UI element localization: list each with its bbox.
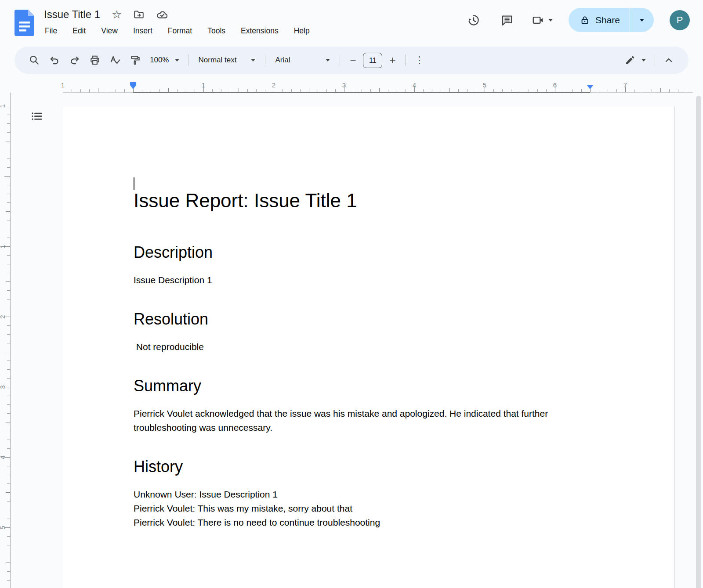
toolbar-divider xyxy=(655,54,655,66)
ruler-number: 4 xyxy=(413,81,416,89)
ruler-number: 1 xyxy=(61,81,65,89)
chevron-up-icon xyxy=(663,55,674,65)
document-content[interactable]: Issue Report: Issue Title 1 Description … xyxy=(63,106,674,530)
menu-file[interactable]: File xyxy=(44,25,58,36)
more-vertical-icon: ⋮ xyxy=(414,54,424,66)
print-icon xyxy=(89,54,101,66)
undo-icon xyxy=(49,54,60,66)
history-entry[interactable]: Unknown User: Issue Description 1 xyxy=(134,487,586,501)
toolbar-divider xyxy=(340,54,340,66)
paint-format-button[interactable] xyxy=(127,52,144,69)
share-button[interactable]: Share xyxy=(569,8,630,32)
hide-menus-button[interactable] xyxy=(660,52,677,69)
toolbar-divider xyxy=(405,54,406,66)
ruler-number: 6 xyxy=(553,81,557,89)
cloud-saved-icon[interactable] xyxy=(156,8,168,21)
more-toolbar-options-button[interactable]: ⋮ xyxy=(411,52,428,69)
zoom-select[interactable]: 100% xyxy=(146,56,183,65)
doc-heading-title[interactable]: Issue Report: Issue Title 1 xyxy=(134,189,586,213)
menu-extensions[interactable]: Extensions xyxy=(240,25,279,36)
font-size-field[interactable]: 11 xyxy=(363,53,382,68)
menu-bar: File Edit View Insert Format Tools Exten… xyxy=(44,25,311,36)
menu-tools[interactable]: Tools xyxy=(207,25,226,36)
paragraph-style-select[interactable]: Normal text xyxy=(194,56,260,65)
ruler-text-area-baseline xyxy=(133,92,590,93)
chevron-down-icon xyxy=(251,59,255,61)
zoom-value: 100% xyxy=(150,56,169,65)
decrease-font-size-button[interactable]: − xyxy=(345,53,360,68)
star-icon[interactable]: ☆ xyxy=(112,9,122,20)
left-indent-triangle[interactable] xyxy=(130,85,136,89)
section-paragraph[interactable]: Issue Description 1 xyxy=(134,273,586,287)
google-docs-app: Issue Title 1 ☆ File Edit xyxy=(0,0,703,588)
share-options-button[interactable] xyxy=(630,8,654,32)
horizontal-ruler[interactable]: 1 1 2 3 4 5 6 7 xyxy=(0,81,703,93)
section-paragraph[interactable]: Pierrick Voulet acknowledged that the is… xyxy=(134,407,586,435)
paint-roller-icon xyxy=(130,54,141,66)
history-entry[interactable]: Pierrick Voulet: This was my mistake, so… xyxy=(134,501,586,516)
vertical-scrollbar[interactable] xyxy=(696,96,701,588)
redo-button[interactable] xyxy=(66,52,83,69)
menu-format[interactable]: Format xyxy=(167,25,193,36)
history-icon xyxy=(467,14,480,27)
search-icon xyxy=(29,54,40,66)
ruler-number: 1 xyxy=(0,245,6,248)
font-size-control: − 11 + xyxy=(345,53,400,68)
text-cursor xyxy=(134,177,134,190)
ruler-number: 7 xyxy=(623,81,627,89)
history-entry[interactable]: Pierrick Voulet: There is no need to con… xyxy=(134,516,586,530)
title-block: Issue Title 1 ☆ File Edit xyxy=(44,6,311,36)
chevron-down-icon xyxy=(641,59,646,61)
ruler-number: 1 xyxy=(0,104,6,108)
first-line-indent-marker[interactable] xyxy=(130,82,136,85)
section-heading-summary[interactable]: Summary xyxy=(134,376,586,396)
document-title-field[interactable]: Issue Title 1 xyxy=(44,8,100,21)
toolbar-divider xyxy=(188,54,188,66)
google-docs-logo-icon[interactable] xyxy=(14,10,34,36)
font-family-select[interactable]: Arial xyxy=(271,56,334,65)
ruler-ticks xyxy=(63,81,693,93)
section-heading-resolution[interactable]: Resolution xyxy=(134,309,586,329)
account-avatar[interactable]: P xyxy=(670,10,690,30)
document-page[interactable]: Issue Report: Issue Title 1 Description … xyxy=(63,106,674,588)
ruler-number: 5 xyxy=(483,81,486,89)
ruler-number: 1 xyxy=(202,81,205,89)
vertical-ruler[interactable]: 1 1 2 3 4 5 xyxy=(0,93,11,588)
increase-font-size-button[interactable]: + xyxy=(385,53,400,68)
ruler-number: 3 xyxy=(0,385,6,389)
menu-edit[interactable]: Edit xyxy=(72,25,87,36)
print-button[interactable] xyxy=(87,52,103,69)
comments-button[interactable] xyxy=(498,11,516,29)
ruler-number: 3 xyxy=(342,81,346,89)
ruler-number: 5 xyxy=(0,526,6,529)
chevron-down-icon[interactable] xyxy=(548,19,553,22)
lock-icon xyxy=(580,15,590,25)
toolbar: 100% Normal text Arial − 11 + ⋮ xyxy=(14,47,689,74)
font-family-value: Arial xyxy=(275,56,290,65)
share-label: Share xyxy=(595,15,620,25)
video-camera-icon xyxy=(532,14,545,27)
menu-view[interactable]: View xyxy=(100,25,119,36)
paragraph-style-value: Normal text xyxy=(198,56,236,65)
ruler-number: 2 xyxy=(272,81,275,89)
ruler-number: 4 xyxy=(0,455,6,459)
chevron-down-icon xyxy=(640,19,644,22)
section-paragraph[interactable]: Not reproducible xyxy=(134,340,586,354)
move-to-folder-icon[interactable] xyxy=(133,9,145,20)
editing-mode-button[interactable] xyxy=(621,55,649,65)
section-heading-history[interactable]: History xyxy=(134,457,586,477)
spelling-grammar-button[interactable] xyxy=(107,52,123,69)
pen-icon xyxy=(625,55,635,65)
menu-insert[interactable]: Insert xyxy=(132,25,153,36)
right-indent-triangle[interactable] xyxy=(587,85,593,89)
outline-list-icon xyxy=(30,110,44,124)
menu-help[interactable]: Help xyxy=(293,25,311,36)
join-call-button[interactable] xyxy=(532,14,553,27)
document-outline-button[interactable] xyxy=(28,108,46,126)
empty-first-line[interactable] xyxy=(134,174,586,189)
version-history-button[interactable] xyxy=(465,11,482,29)
search-menus-button[interactable] xyxy=(26,52,43,69)
spellcheck-icon xyxy=(109,54,121,66)
undo-button[interactable] xyxy=(46,52,63,69)
section-heading-description[interactable]: Description xyxy=(134,242,586,263)
